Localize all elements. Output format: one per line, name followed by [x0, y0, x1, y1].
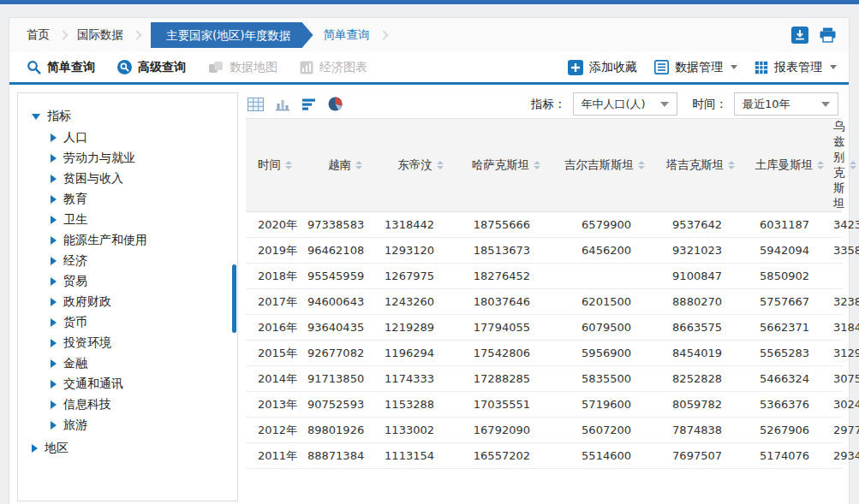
table-row: 2016年93640435121928917794055607950086635…: [246, 315, 842, 341]
economic-chart-button[interactable]: 经济图表: [300, 60, 367, 75]
value-cell: 95545959: [307, 264, 383, 289]
sidebar-item-region[interactable]: 地区: [32, 437, 230, 460]
chevron-down-icon: [821, 102, 830, 107]
sidebar-item-indicators[interactable]: 指标: [32, 105, 230, 127]
breadcrumb-active-tab[interactable]: 主要国家(地区)年度数据: [151, 22, 313, 48]
column-header[interactable]: 东帝汶: [383, 119, 458, 212]
value-cell: 1133002: [383, 418, 458, 443]
sort-icon[interactable]: [850, 161, 856, 169]
value-cell: 34232050: [833, 212, 842, 238]
sidebar-item[interactable]: 人口: [51, 127, 230, 148]
sidebar-item[interactable]: 投资环境: [51, 333, 230, 353]
column-header[interactable]: 越南: [307, 119, 383, 212]
sidebar-item[interactable]: 劳动力与就业: [51, 148, 230, 169]
download-button[interactable]: [791, 27, 808, 44]
expand-arrow-icon: [51, 277, 57, 286]
bar-chart-view-button[interactable]: [275, 98, 290, 111]
expand-arrow-icon: [51, 400, 57, 409]
sort-icon[interactable]: [817, 161, 824, 169]
sidebar-item[interactable]: 能源生产和使用: [51, 230, 230, 251]
add-favorite-button[interactable]: 添加收藏: [568, 60, 637, 75]
search-icon: [27, 60, 41, 74]
expand-arrow-icon: [51, 339, 57, 347]
sort-icon[interactable]: [728, 161, 735, 169]
print-button[interactable]: [819, 27, 837, 44]
sort-icon[interactable]: [638, 161, 645, 169]
column-header[interactable]: 吉尔吉斯斯坦: [554, 119, 655, 212]
column-header[interactable]: 土库曼斯坦: [746, 119, 833, 212]
advanced-query-button[interactable]: 高级查询: [117, 60, 186, 75]
column-header[interactable]: 时间: [246, 119, 307, 212]
sort-icon[interactable]: [534, 161, 540, 169]
table-row: 2018年95545959126797518276452910084758509…: [246, 264, 842, 289]
sort-icon[interactable]: [437, 161, 444, 169]
sidebar-item[interactable]: 贸易: [51, 271, 230, 292]
breadcrumb-international-data[interactable]: 国际数据: [77, 27, 123, 43]
sidebar-item-label: 经济: [63, 253, 87, 269]
data-map-button[interactable]: 数据地图: [208, 60, 277, 75]
value-cell: 5942094: [746, 238, 833, 264]
sort-icon[interactable]: [285, 161, 292, 169]
value-cell: 5757667: [746, 289, 833, 315]
chevron-right-icon: [132, 30, 141, 39]
time-filter-label: 时间：: [693, 97, 728, 112]
report-manage-button[interactable]: 报表管理: [755, 60, 837, 75]
sidebar-item[interactable]: 经济: [51, 251, 230, 271]
value-cell: 5719600: [554, 392, 655, 418]
time-select[interactable]: 最近10年: [734, 92, 838, 116]
sort-desc-icon: [437, 166, 444, 169]
sidebar-item-label: 卫生: [63, 212, 87, 228]
data-manage-button[interactable]: 数据管理: [654, 60, 737, 75]
column-header-label: 时间: [258, 157, 281, 173]
sidebar-item[interactable]: 信息科技: [51, 394, 230, 415]
expand-arrow-icon: [51, 298, 57, 306]
value-cell: 9100847: [655, 264, 746, 289]
value-cell: [554, 264, 655, 289]
row-year-cell: 2012年: [246, 418, 307, 443]
simple-query-button[interactable]: 简单查询: [27, 60, 95, 75]
sidebar-item-label: 金融: [63, 356, 87, 371]
row-year-cell: 2018年: [246, 264, 307, 289]
expand-arrow-icon: [32, 444, 38, 453]
value-cell: 33580350: [833, 238, 842, 264]
value-cell: [833, 264, 842, 289]
sidebar-item[interactable]: 卫生: [51, 210, 230, 230]
indicator-select[interactable]: 年中人口(人): [573, 92, 677, 116]
column-header[interactable]: 哈萨克斯坦: [458, 119, 554, 212]
list-view-icon: [301, 98, 317, 111]
value-cell: 17288285: [458, 366, 554, 392]
table-view-button[interactable]: [248, 98, 264, 111]
expand-arrow-icon: [51, 195, 57, 204]
sidebar-scrollbar-thumb[interactable]: [232, 264, 236, 333]
sidebar-item[interactable]: 货币: [51, 312, 230, 333]
value-cell: 5565283: [746, 341, 833, 366]
column-header[interactable]: 乌兹别克斯坦: [833, 119, 842, 212]
expand-arrow-icon: [51, 380, 57, 388]
pie-chart-view-button[interactable]: [328, 97, 343, 111]
sidebar-item[interactable]: 贫困与收入: [51, 169, 230, 189]
sidebar-item[interactable]: 旅游: [51, 415, 230, 436]
expand-arrow-icon: [51, 133, 57, 142]
sidebar-item[interactable]: 教育: [51, 189, 230, 210]
list-box-icon: [654, 60, 669, 74]
sidebar-item[interactable]: 交通和通讯: [51, 374, 230, 394]
sidebar-item[interactable]: 金融: [51, 353, 230, 374]
sidebar-item[interactable]: 政府财政: [51, 292, 230, 312]
indicator-select-value: 年中人口(人): [582, 97, 646, 112]
value-cell: 18276452: [458, 264, 554, 289]
sidebar-item-label: 人口: [63, 130, 87, 145]
value-cell: 1318442: [383, 212, 458, 238]
column-header-content: 东帝汶: [397, 157, 444, 173]
content-area: 指标 人口劳动力与就业贫困与收入教育卫生能源生产和使用经济贸易政府财政货币投资环…: [9, 85, 849, 501]
sort-asc-icon: [285, 161, 292, 164]
value-cell: 8252828: [655, 366, 746, 392]
column-header[interactable]: 塔吉克斯坦: [655, 119, 746, 212]
plus-icon: [568, 60, 583, 75]
breadcrumb-home[interactable]: 首页: [27, 27, 50, 43]
list-view-button[interactable]: [301, 98, 317, 111]
breadcrumb-simple-query[interactable]: 简单查询: [324, 27, 370, 43]
sidebar-item-label: 旅游: [63, 418, 87, 433]
table-row: 2015年92677082119629417542806595690084540…: [246, 341, 842, 366]
sort-icon[interactable]: [355, 161, 362, 169]
breadcrumb-items: 首页 国际数据 主要国家(地区)年度数据 简单查询: [27, 22, 387, 48]
